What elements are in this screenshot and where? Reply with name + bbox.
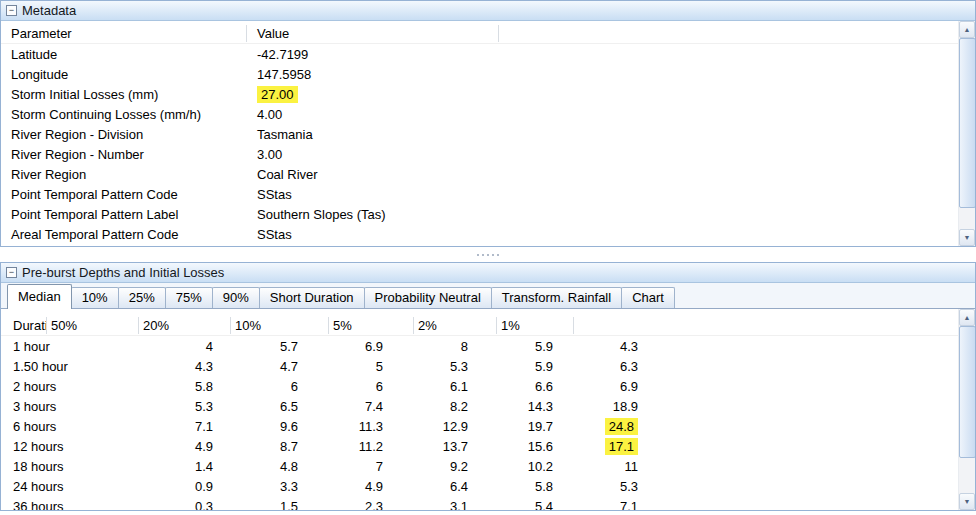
value-cell: 8.7 <box>217 439 302 454</box>
value-cell: 18.9 <box>557 399 642 414</box>
preburst-grid-header: Duration 50% 20% 10% 5% 2% 1% <box>1 315 975 336</box>
preburst-row[interactable]: 6 hours7.19.611.312.919.724.8 <box>1 416 975 436</box>
collapse-icon[interactable]: − <box>6 267 17 278</box>
scroll-up-icon: ▲ <box>964 314 971 321</box>
preburst-row[interactable]: 36 hours0.31.52.33.15.47.1 <box>1 496 975 510</box>
scroll-up-button[interactable]: ▲ <box>959 21 975 38</box>
panel-splitter[interactable] <box>0 247 976 262</box>
parameter-cell: Point Temporal Pattern Label <box>1 207 247 222</box>
metadata-row[interactable]: River Region - DivisionTasmania <box>1 124 975 144</box>
value-text: 6.5 <box>280 399 298 414</box>
tab-90[interactable]: 90% <box>212 287 260 308</box>
value-cell: 5.8 <box>472 479 557 494</box>
value-cell: 5.8 <box>132 379 217 394</box>
splitter-grip-dot <box>482 254 484 256</box>
metadata-panel-body: Parameter Value Latitude-42.7199Longitud… <box>1 21 975 246</box>
scrollbar-thumb[interactable] <box>959 38 975 208</box>
value-text: 4.8 <box>280 459 298 474</box>
value-cell: 2.3 <box>302 499 387 511</box>
value-text: 18.9 <box>613 399 638 414</box>
value-cell: 3.00 <box>247 147 282 162</box>
preburst-vertical-scrollbar[interactable]: ▲ ▼ <box>958 309 975 510</box>
value-cell: 6 <box>302 379 387 394</box>
metadata-row[interactable]: Areal Temporal Pattern CodeSStas <box>1 224 975 244</box>
duration-cell: 1.50 hour <box>9 359 132 374</box>
value-cell: 7.1 <box>132 419 217 434</box>
value-cell: SStas <box>247 187 292 202</box>
value-cell: 17.1 <box>557 439 642 454</box>
value-text: 3.00 <box>257 147 282 162</box>
metadata-grid-header: Parameter Value <box>1 23 975 44</box>
value-text: 5.4 <box>535 499 553 511</box>
value-cell: Coal River <box>247 167 318 182</box>
metadata-row[interactable]: Storm Continuing Losses (mm/h)4.00 <box>1 104 975 124</box>
tab-75[interactable]: 75% <box>165 287 213 308</box>
metadata-row[interactable]: Latitude-42.7199 <box>1 44 975 64</box>
value-text: 6 <box>376 379 383 394</box>
metadata-row[interactable]: Point Temporal Pattern LabelSouthern Slo… <box>1 204 975 224</box>
value-text: 147.5958 <box>257 67 311 82</box>
scrollbar-track[interactable] <box>959 326 975 493</box>
value-cell: 4.7 <box>217 359 302 374</box>
value-text: 8.2 <box>450 399 468 414</box>
scroll-down-button[interactable]: ▼ <box>959 229 975 246</box>
tab-chart[interactable]: Chart <box>621 287 675 308</box>
value-text: 5.3 <box>620 479 638 494</box>
value-cell: 0.9 <box>132 479 217 494</box>
preburst-row[interactable]: 12 hours4.98.711.213.715.617.1 <box>1 436 975 456</box>
tab-probability-neutral[interactable]: Probability Neutral <box>364 287 492 308</box>
scroll-down-button[interactable]: ▼ <box>959 493 975 510</box>
value-cell: 11.2 <box>302 439 387 454</box>
value-cell: 4.8 <box>217 459 302 474</box>
metadata-row[interactable]: River RegionCoal River <box>1 164 975 184</box>
parameter-cell: Longitude <box>1 67 247 82</box>
value-cell: 6.9 <box>302 339 387 354</box>
value-cell: -42.7199 <box>247 47 308 62</box>
tab-median[interactable]: Median <box>7 284 72 309</box>
value-text: 13.7 <box>443 439 468 454</box>
preburst-row[interactable]: 3 hours5.36.57.48.214.318.9 <box>1 396 975 416</box>
value-text: 4 <box>206 339 213 354</box>
preburst-row[interactable]: 2 hours5.8666.16.66.9 <box>1 376 975 396</box>
preburst-row[interactable]: 18 hours1.44.879.210.211 <box>1 456 975 476</box>
metadata-grid: Parameter Value Latitude-42.7199Longitud… <box>1 23 975 244</box>
value-cell: 8 <box>387 339 472 354</box>
value-text: 1.5 <box>280 499 298 511</box>
metadata-panel: − Metadata Parameter Value Latitude-42.7… <box>0 0 976 247</box>
duration-cell: 3 hours <box>9 399 132 414</box>
value-cell: 24.8 <box>557 419 642 434</box>
scroll-up-button[interactable]: ▲ <box>959 309 975 326</box>
preburst-panel-title: Pre-burst Depths and Initial Losses <box>22 265 224 280</box>
column-header-5pct: 5% <box>329 317 414 334</box>
tab-transform-rainfall[interactable]: Transform. Rainfall <box>491 287 622 308</box>
value-cell: 11.3 <box>302 419 387 434</box>
metadata-row[interactable]: Point Temporal Pattern CodeSStas <box>1 184 975 204</box>
tab-short-duration[interactable]: Short Duration <box>259 287 365 308</box>
value-cell: 7 <box>302 459 387 474</box>
metadata-vertical-scrollbar[interactable]: ▲ ▼ <box>958 21 975 246</box>
value-text: Southern Slopes (Tas) <box>257 207 386 222</box>
value-cell: 5 <box>302 359 387 374</box>
value-text: 5.3 <box>195 399 213 414</box>
scrollbar-thumb[interactable] <box>959 326 975 458</box>
tab-10[interactable]: 10% <box>71 287 119 308</box>
metadata-row[interactable]: Longitude147.5958 <box>1 64 975 84</box>
preburst-row[interactable]: 24 hours0.93.34.96.45.85.3 <box>1 476 975 496</box>
value-cell: 14.3 <box>472 399 557 414</box>
preburst-row[interactable]: 1 hour45.76.985.94.3 <box>1 336 975 356</box>
value-cell: 147.5958 <box>247 67 311 82</box>
value-text: 4.00 <box>257 107 282 122</box>
preburst-row[interactable]: 1.50 hour4.34.755.35.96.3 <box>1 356 975 376</box>
parameter-cell: Latitude <box>1 47 247 62</box>
value-cell: 9.6 <box>217 419 302 434</box>
value-cell: 15.6 <box>472 439 557 454</box>
metadata-row[interactable]: River Region - Number3.00 <box>1 144 975 164</box>
collapse-icon[interactable]: − <box>6 5 17 16</box>
metadata-panel-header: − Metadata <box>1 1 975 21</box>
value-text: 2.3 <box>365 499 383 511</box>
value-text: Coal River <box>257 167 318 182</box>
value-text: 11.2 <box>359 439 383 454</box>
tab-25[interactable]: 25% <box>118 287 166 308</box>
scrollbar-track[interactable] <box>959 38 975 229</box>
metadata-row[interactable]: Storm Initial Losses (mm)27.00 <box>1 84 975 104</box>
